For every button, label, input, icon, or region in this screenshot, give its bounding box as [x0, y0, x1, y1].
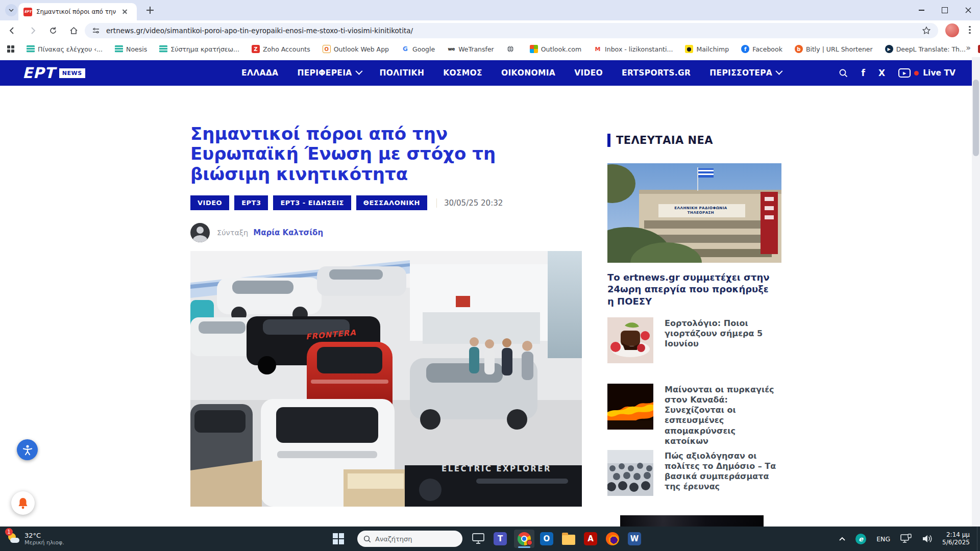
clock-time: 2:14 μμ: [942, 531, 970, 539]
taskbar-acrobat-icon[interactable]: A: [580, 530, 601, 548]
notification-bell-button[interactable]: [11, 491, 35, 515]
bookmark-item[interactable]: OOutlook Web App: [323, 45, 389, 53]
microsoft-icon: [530, 45, 538, 53]
news-badge: NEWS: [59, 68, 85, 78]
bookmark-item[interactable]: ▶DeepL Translate: Th...: [885, 45, 966, 53]
list-item[interactable]: Πώς αξιολόγησαν οι πολίτες το Δημόσιο – …: [607, 450, 781, 496]
news-thumbnail: [607, 450, 653, 496]
eset-tray-icon[interactable]: e: [855, 534, 866, 544]
taskbar-search[interactable]: Αναζήτηση: [357, 531, 462, 547]
apps-grid-icon[interactable]: [7, 45, 14, 53]
profile-avatar[interactable]: [945, 23, 959, 37]
bookmark-item[interactable]: Outlook.com: [530, 45, 581, 53]
show-desktop-button[interactable]: [977, 527, 980, 551]
taskbar-teams-icon[interactable]: T: [490, 530, 510, 548]
home-button[interactable]: [65, 22, 82, 39]
live-dot-icon: [914, 71, 919, 76]
tab-close-icon[interactable]: [121, 8, 129, 16]
forward-button[interactable]: [24, 22, 41, 39]
browser-tab-strip: ΕΡΤ Σημαντικοί πόροι από την Ευρ: [0, 0, 980, 20]
taskbar-firefox-icon[interactable]: [602, 530, 623, 548]
back-button[interactable]: [4, 22, 20, 39]
nav-perissotera[interactable]: ΠΕΡΙΣΣΟΤΕΡΑ: [709, 68, 781, 78]
language-indicator[interactable]: ENG: [876, 535, 890, 543]
network-icon[interactable]: [900, 534, 912, 544]
volume-icon[interactable]: [922, 534, 932, 543]
start-button[interactable]: [333, 533, 344, 544]
bookmark-item[interactable]: weWeTransfer: [447, 45, 494, 53]
list-item[interactable]: Εορτολόγιο: Ποιοι γιορτάζουν σήμερα 5 Ιο…: [607, 317, 781, 363]
accessibility-person-icon: [21, 444, 34, 456]
facebook-icon[interactable]: f: [861, 68, 865, 78]
accessibility-button[interactable]: [17, 439, 38, 460]
tag-ert3[interactable]: ΕΡΤ3: [234, 195, 268, 210]
news-thumbnail: [607, 317, 653, 363]
bookmark-item[interactable]: fFacebook: [741, 45, 782, 53]
author-avatar: [190, 223, 210, 242]
article-video-image[interactable]: FRONTERA ELECTRIC EXPLORER: [190, 251, 582, 507]
browser-menu-icon[interactable]: [969, 24, 971, 35]
close-button[interactable]: [957, 0, 980, 20]
nav-oikonomia[interactable]: ΟΙΚΟΝΟΜΙΑ: [501, 68, 555, 78]
sidebar-ad-image[interactable]: [620, 515, 764, 527]
site-info-icon[interactable]: [92, 27, 100, 35]
scrollbar-thumb[interactable]: [973, 80, 979, 156]
bookmark-item[interactable]: Noesis: [115, 45, 147, 53]
list-item[interactable]: Μαίνονται οι πυρκαγιές στον Καναδά: Συνε…: [607, 384, 781, 430]
tray-chevron-up-icon[interactable]: [839, 537, 845, 541]
notification-badge: 1: [5, 528, 13, 536]
search-icon: [363, 535, 371, 543]
nav-politiki[interactable]: ΠΟΛΙΤΙΚΗ: [380, 68, 425, 78]
new-tab-button[interactable]: [145, 5, 155, 15]
bookmark-item[interactable]: bBitly | URL Shortener: [795, 45, 873, 53]
bookmark-item[interactable]: MInbox - lizikonstanti...: [594, 45, 673, 53]
bookmark-item[interactable]: GGoogle: [401, 45, 435, 53]
tab-search-button[interactable]: [5, 4, 17, 16]
bookmark-star-icon[interactable]: [922, 26, 931, 35]
nav-perifereia[interactable]: ΠΕΡΙΦΕΡΕΙΑ: [297, 68, 360, 78]
tag-video[interactable]: VIDEO: [190, 195, 229, 210]
tab-title: Σημαντικοί πόροι από την Ευρ: [36, 8, 118, 15]
chrome-notification-dot: [527, 540, 532, 545]
search-icon[interactable]: [839, 68, 848, 78]
heading-accent-bar: [607, 134, 610, 147]
nav-ertsports[interactable]: ERTSPORTS.GR: [622, 68, 691, 78]
main-menu: ΕΛΛΑΔΑ ΠΕΡΙΦΕΡΕΙΑ ΠΟΛΙΤΙΚΗ ΚΟΣΜΟΣ ΟΙΚΟΝΟ…: [241, 60, 781, 86]
latest-news-lead-image[interactable]: ΕΛΛΗΝΙΚΗ ΡΑΔΙΟΦΩΝΙΑ ΤΗΛΕΟΡΑΣΗ: [607, 163, 781, 263]
maximize-button[interactable]: [933, 0, 957, 20]
reload-button[interactable]: [45, 22, 61, 39]
nav-ellada[interactable]: ΕΛΛΑΔΑ: [241, 68, 278, 78]
page-scrollbar[interactable]: [972, 57, 980, 527]
windows-taskbar: 1 32°C Μερική ηλιοφ. Αναζήτηση T O A W: [0, 527, 980, 551]
taskbar-chrome-icon[interactable]: [514, 530, 534, 548]
minimize-button[interactable]: [910, 0, 933, 20]
address-bar[interactable]: ertnews.gr/video/simantikoi-poroi-apo-ti…: [85, 23, 938, 38]
active-tab[interactable]: ΕΡΤ Σημαντικοί πόροι από την Ευρ: [18, 3, 137, 20]
bookmark-item[interactable]: SStudent Portal: [978, 45, 980, 53]
tag-ert3-eidiseis[interactable]: ΕΡΤ3 - ΕΙΔΗΣΕΙΣ: [273, 195, 351, 210]
taskbar-word-icon[interactable]: W: [624, 530, 645, 548]
bookmark-item[interactable]: Mailchimp: [685, 45, 729, 53]
weather-temp: 32°C: [24, 532, 64, 539]
globe-icon: [506, 45, 514, 53]
youtube-icon[interactable]: ▶: [898, 68, 911, 78]
ert-logo[interactable]: ΕΡΤ NEWS: [22, 64, 85, 82]
taskbar-display-icon[interactable]: [468, 530, 488, 548]
x-twitter-icon[interactable]: X: [878, 68, 885, 78]
taskbar-file-explorer-icon[interactable]: [558, 530, 579, 548]
taskbar-weather[interactable]: 1 32°C Μερική ηλιοφ.: [4, 527, 64, 551]
taskbar-outlook-icon[interactable]: O: [536, 530, 557, 548]
bookmarks-overflow-icon[interactable]: »: [966, 43, 971, 53]
nav-kosmos[interactable]: ΚΟΣΜΟΣ: [443, 68, 482, 78]
nav-video[interactable]: VIDEO: [574, 68, 603, 78]
sheet-icon: [115, 45, 123, 53]
bookmark-item[interactable]: Πίνακας ελέγχου ‹...: [27, 45, 103, 53]
bookmark-item[interactable]: ZZoho Accounts: [252, 45, 310, 53]
live-tv-button[interactable]: Live TV: [914, 60, 955, 86]
author-link[interactable]: Μαρία Καλτσίδη: [253, 228, 323, 237]
bookmark-item[interactable]: [506, 45, 518, 53]
taskbar-clock[interactable]: 2:14 μμ 5/6/2025: [942, 531, 970, 546]
bookmark-item[interactable]: Σύστημα κρατήσεω...: [159, 45, 239, 53]
tag-thessaloniki[interactable]: ΘΕΣΣΑΛΟΝΙΚΗ: [356, 195, 427, 210]
latest-news-lead-title[interactable]: Το ertnews.gr συμμετέχει στην 24ωρη απερ…: [607, 271, 778, 307]
